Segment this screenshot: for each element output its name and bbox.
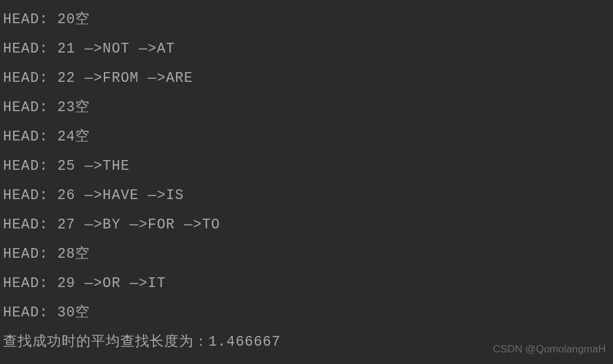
output-line: HEAD: 30空 <box>3 298 610 327</box>
watermark: CSDN @QomolangmaH <box>493 343 606 355</box>
output-line: HEAD: 22 —>FROM —>ARE <box>3 64 610 93</box>
output-line: HEAD: 26 —>HAVE —>IS <box>3 181 610 210</box>
output-line: HEAD: 28空 <box>3 239 610 269</box>
output-line: HEAD: 21 —>NOT —>AT <box>3 34 610 64</box>
output-line: HEAD: 25 —>THE <box>3 151 610 181</box>
output-line: HEAD: 24空 <box>3 122 610 151</box>
output-line: HEAD: 20空 <box>3 5 610 34</box>
output-line: HEAD: 29 —>OR —>IT <box>3 269 610 298</box>
output-line: HEAD: 23空 <box>3 93 610 122</box>
terminal-output: HEAD: 20空 HEAD: 21 —>NOT —>AT HEAD: 22 —… <box>0 0 613 362</box>
output-line: HEAD: 27 —>BY —>FOR —>TO <box>3 210 610 239</box>
